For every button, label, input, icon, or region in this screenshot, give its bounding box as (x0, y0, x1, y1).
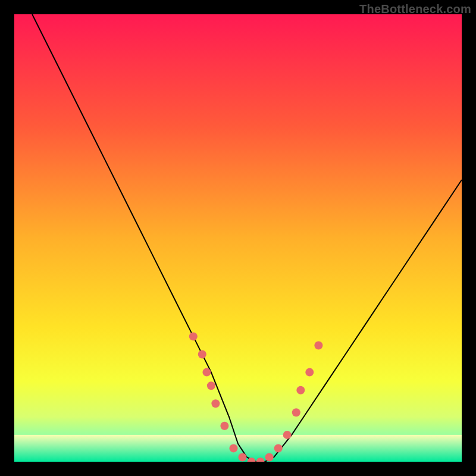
marker-dot (230, 444, 238, 452)
marker-dot (283, 431, 292, 439)
marker-dot (292, 408, 300, 416)
gradient-background (14, 14, 462, 462)
marker-dot (265, 453, 274, 462)
marker-dot (220, 422, 228, 430)
marker-dot (189, 332, 198, 340)
bottleneck-chart (14, 14, 462, 462)
marker-dot (314, 342, 322, 350)
marker-dot (211, 399, 220, 408)
green-band (14, 435, 462, 462)
marker-dot (202, 368, 211, 377)
marker-dot (296, 386, 305, 394)
marker-dot (305, 368, 314, 377)
marker-dot (198, 350, 206, 359)
marker-dot (239, 453, 247, 462)
chart-frame (14, 14, 462, 462)
marker-dot (274, 444, 283, 452)
watermark-text: TheBottleneck.com (359, 2, 471, 16)
marker-dot (207, 381, 215, 390)
